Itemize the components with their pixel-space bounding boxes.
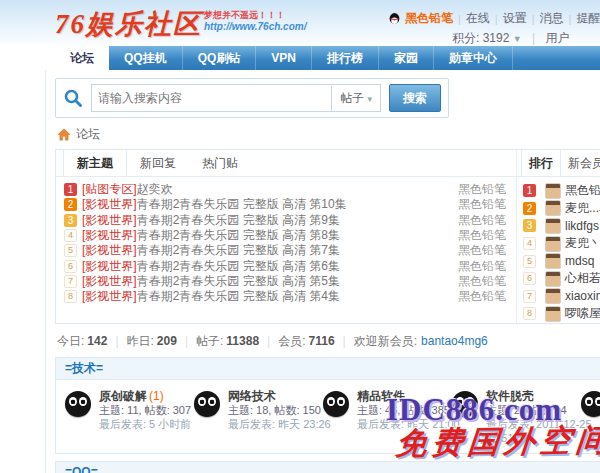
forum-last-post[interactable]: 最后发表: 昨天 21:00	[357, 418, 460, 430]
member-name[interactable]: xiaoxing123	[565, 289, 600, 303]
thread-row[interactable]: 6 [影视世界] 青春期2青春失乐园 完整版 高清 第6集 黑色铅笔	[64, 258, 506, 273]
forum-last-post[interactable]: 最后发表: 5 小时前	[99, 418, 191, 430]
username-link[interactable]: 黑色铅笔	[405, 10, 453, 27]
forum-card[interactable]: ★ 精品软件 主题: 46, 帖数: 385 最后发表: 昨天 21:00	[318, 389, 447, 445]
thread-category[interactable]: [影视世界]	[82, 197, 137, 212]
thread-category[interactable]: [影视世界]	[82, 258, 137, 273]
thread-author[interactable]: 黑色铅笔	[450, 258, 506, 273]
user-menu-link[interactable]: 用户	[545, 31, 569, 45]
breadcrumb-forum[interactable]: 论坛	[76, 126, 100, 143]
credits-value[interactable]: 积分: 3192	[452, 31, 509, 45]
site-logo[interactable]: 76娱乐社区 梦想并不遥远！！！ http://www.76ch.com/	[55, 6, 306, 42]
thread-category[interactable]: [影视世界]	[82, 274, 137, 289]
rank-number-badge: 2	[64, 198, 77, 211]
category-forums: ★ 原创破解(1) 主题: 11, 帖数: 307 最后发表: 5 小时前	[56, 380, 600, 453]
forum-card[interactable]: ★ 软件脱壳 主题: 2, 帖数: 14 最后发表: 2011-12-25 16…	[447, 389, 576, 445]
forum-last-post[interactable]: 最后发表: 昨天 23:26	[228, 418, 331, 430]
thread-row[interactable]: 3 [影视世界] 青春期2青春失乐园 完整版 高清 第9集 黑色铅笔	[64, 213, 506, 228]
chevron-down-icon[interactable]: ▼	[513, 34, 522, 44]
user-toolbar-link[interactable]: 设置	[503, 10, 527, 27]
thread-list-panel: 新主题新回复热门贴 1 [贴图专区] 赵奕欢 黑色铅笔 2 [影视世界] 青春期…	[56, 150, 517, 323]
thread-category[interactable]: [影视世界]	[82, 289, 137, 304]
user-toolbar-link[interactable]: 在线	[466, 10, 490, 27]
thread-title[interactable]: 青春期2青春失乐园 完整版 高清 第6集	[137, 258, 340, 273]
thread-title[interactable]: 青春期2青春失乐园 完整版 高清 第8集	[137, 228, 340, 243]
tab[interactable]: 热门贴	[189, 150, 251, 176]
site-url[interactable]: http://www.76ch.com/	[204, 21, 306, 32]
forum-card[interactable]: ★ 易语言交流 主题: 1 最后发表: 13:02:4	[576, 389, 600, 445]
thread-row[interactable]: 4 [影视世界] 青春期2青春失乐园 完整版 高清 第8集 黑色铅笔	[64, 228, 506, 243]
thread-category[interactable]: [影视世界]	[82, 228, 137, 243]
member-row[interactable]: 3 likdfgs	[523, 217, 600, 235]
search-button[interactable]: 搜索	[389, 84, 441, 112]
thread-title[interactable]: 赵奕欢	[137, 182, 173, 197]
search-scope-select[interactable]: 帖子 ▾	[331, 86, 380, 111]
member-row[interactable]: 6 心相若则不离	[523, 270, 600, 288]
thread-row[interactable]: 8 [影视世界] 青春期2青春失乐园 完整版 高清 第4集 黑色铅笔	[64, 289, 506, 304]
user-toolbar-link[interactable]: 提醒	[576, 10, 600, 27]
member-name[interactable]: 黑色铅笔	[565, 182, 600, 199]
thread-row[interactable]: 2 [影视世界] 青春期2青春失乐园 完整版 高清 第10集 黑色铅笔	[64, 197, 506, 212]
new-member-link[interactable]: bantao4mg6	[421, 334, 488, 348]
thread-title[interactable]: 青春期2青春失乐园 完整版 高清 第7集	[137, 243, 340, 258]
member-name[interactable]: 心相若则不离	[565, 270, 600, 287]
nav-item[interactable]: 勋章中心	[434, 46, 513, 70]
member-row[interactable]: 8 啰嗦屋	[523, 305, 600, 323]
member-row[interactable]: 5 mdsq	[523, 252, 600, 270]
category-title[interactable]: =QQ=	[56, 462, 600, 473]
forum-name[interactable]: 网络技术	[228, 389, 276, 403]
thread-tabs: 新主题新回复热门贴	[56, 150, 516, 177]
thread-title[interactable]: 青春期2青春失乐园 完整版 高清 第5集	[137, 274, 340, 289]
member-ranking-list: 1 黑色铅笔 2 麦兜...小峰 3 likdfgs 4	[517, 177, 600, 323]
category-title[interactable]: =技术=	[56, 358, 600, 380]
thread-title[interactable]: 青春期2青春失乐园 完整版 高清 第9集	[137, 213, 340, 228]
member-name[interactable]: likdfgs	[565, 219, 599, 233]
member-name[interactable]: mdsq	[565, 254, 594, 268]
forum-name[interactable]: 原创破解	[99, 389, 147, 403]
nav-item[interactable]: 论坛	[55, 46, 109, 70]
thread-author[interactable]: 黑色铅笔	[450, 213, 506, 228]
thread-category[interactable]: [影视世界]	[82, 213, 137, 228]
forum-name[interactable]: 软件脱壳	[486, 389, 534, 403]
thread-category[interactable]: [贴图专区]	[82, 182, 137, 197]
member-row[interactable]: 1 黑色铅笔	[523, 182, 600, 200]
user-toolbar-link[interactable]: 消息	[540, 10, 564, 27]
nav-item[interactable]: QQ挂机	[109, 46, 183, 70]
member-name[interactable]: 麦兜...小峰	[565, 200, 600, 217]
nav-item[interactable]: 排行榜	[312, 46, 379, 70]
thread-author[interactable]: 黑色铅笔	[450, 243, 506, 258]
stat-label: 昨日:	[127, 333, 154, 350]
thread-author[interactable]: 黑色铅笔	[450, 197, 506, 212]
nav-item[interactable]: 家园	[379, 46, 434, 70]
tab[interactable]: 新会员	[561, 150, 600, 176]
member-row[interactable]: 4 麦兜丶_A姐	[523, 235, 600, 253]
thread-row[interactable]: 7 [影视世界] 青春期2青春失乐园 完整版 高清 第5集 黑色铅笔	[64, 274, 506, 289]
search-input[interactable]	[92, 91, 331, 105]
tab[interactable]: 新主题	[63, 150, 127, 176]
home-icon[interactable]	[57, 128, 71, 141]
member-name[interactable]: 麦兜丶_A姐	[565, 235, 600, 252]
rank-number-badge: 7	[64, 275, 77, 288]
thread-category[interactable]: [影视世界]	[82, 243, 137, 258]
stats-items: 今日:142|昨日:209|帖子:11388|会员:7116|	[57, 333, 354, 350]
nav-item[interactable]: QQ刷钻	[183, 46, 257, 70]
thread-author[interactable]: 黑色铅笔	[450, 228, 506, 243]
thread-row[interactable]: 5 [影视世界] 青春期2青春失乐园 完整版 高清 第7集 黑色铅笔	[64, 243, 506, 258]
tab[interactable]: 排行	[521, 150, 561, 176]
member-row[interactable]: 2 麦兜...小峰	[523, 200, 600, 218]
member-name[interactable]: 啰嗦屋	[565, 305, 600, 322]
thread-author[interactable]: 黑色铅笔	[450, 274, 506, 289]
forum-card[interactable]: ★ 网络技术 主题: 18, 帖数: 150 最后发表: 昨天 23:26	[189, 389, 318, 445]
forum-card[interactable]: ★ 原创破解(1) 主题: 11, 帖数: 307 最后发表: 5 小时前	[60, 389, 189, 445]
avatar	[545, 200, 561, 216]
thread-title[interactable]: 青春期2青春失乐园 完整版 高清 第10集	[137, 197, 347, 212]
nav-item[interactable]: VPN	[256, 46, 312, 70]
member-row[interactable]: 7 xiaoxing123	[523, 288, 600, 306]
thread-row[interactable]: 1 [贴图专区] 赵奕欢 黑色铅笔	[64, 182, 506, 197]
tab[interactable]: 新回复	[127, 150, 189, 176]
thread-author[interactable]: 黑色铅笔	[450, 182, 506, 197]
breadcrumb: 论坛	[57, 126, 600, 143]
thread-title[interactable]: 青春期2青春失乐园 完整版 高清 第4集	[137, 289, 340, 304]
forum-name[interactable]: 精品软件	[357, 389, 405, 403]
thread-author[interactable]: 黑色铅笔	[450, 289, 506, 304]
